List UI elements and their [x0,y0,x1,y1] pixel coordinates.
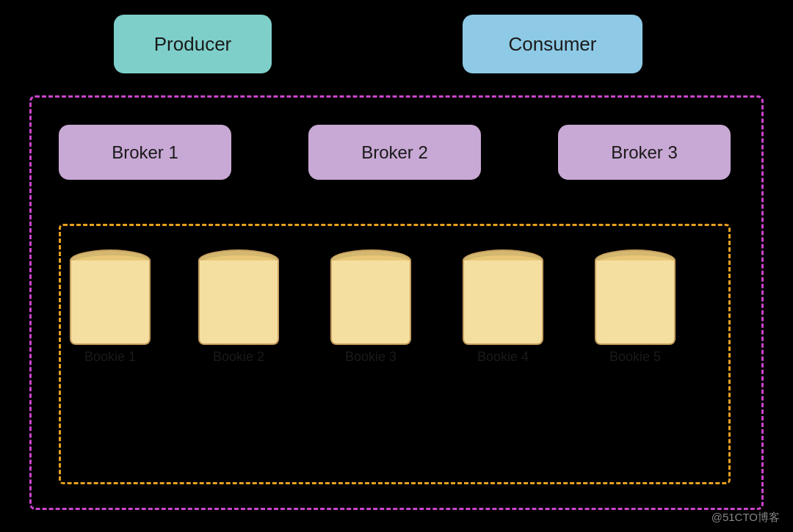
bookie-4-cylinder [463,249,543,345]
diagram: Producer Consumer Broker 1 Broker 2 Brok… [0,0,793,532]
broker-1-box: Broker 1 [59,125,231,180]
consumer-box: Consumer [463,15,642,73]
broker-2-box: Broker 2 [308,125,481,180]
broker-1-label: Broker 1 [112,142,178,163]
bookie-4: Bookie 4 [463,249,543,365]
bookie-3-cylinder [330,249,411,345]
bookie-5-label: Bookie 5 [609,349,661,365]
bookie-4-label: Bookie 4 [477,349,529,365]
bookie-2-label: Bookie 2 [213,349,264,365]
bookie-1-label: Bookie 1 [84,349,136,365]
bookie-1-cylinder [70,249,151,345]
consumer-label: Consumer [509,33,597,56]
producer-box: Producer [114,15,272,73]
broker-2-label: Broker 2 [361,142,428,163]
bookie-5-cylinder [595,249,676,345]
bookie-3: Bookie 3 [330,249,411,365]
broker-3-box: Broker 3 [558,125,731,180]
bookie-3-label: Bookie 3 [345,349,396,365]
bookie-2: Bookie 2 [198,249,279,365]
bookie-5: Bookie 5 [595,249,676,365]
producer-label: Producer [154,33,232,56]
watermark: @51CTO博客 [711,511,780,525]
broker-3-label: Broker 3 [611,142,678,163]
bookie-1: Bookie 1 [70,249,151,365]
bookie-2-cylinder [198,249,279,345]
